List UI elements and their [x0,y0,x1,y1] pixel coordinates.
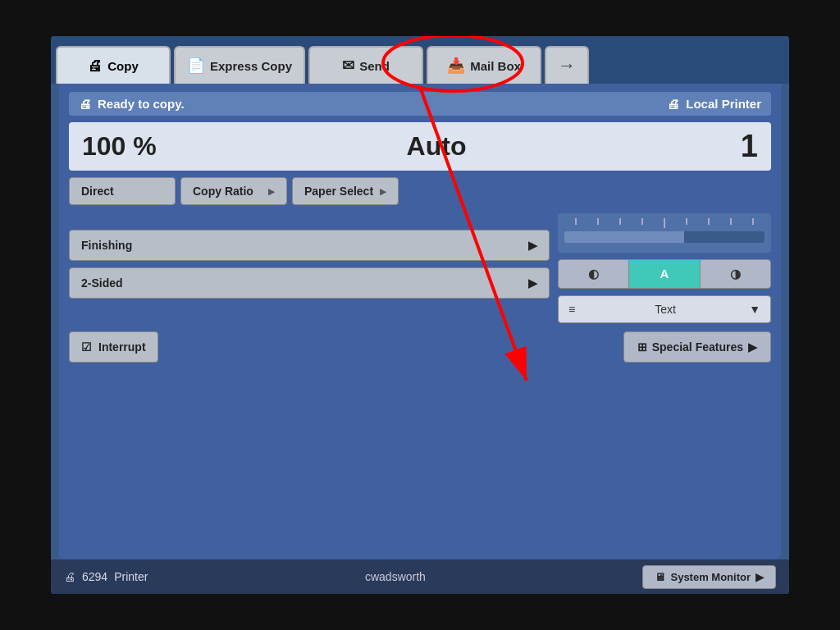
function-button-row: Direct Copy Ratio ▶ Paper Select ▶ [69,177,771,205]
paper-select-button[interactable]: Paper Select ▶ [292,177,399,205]
finishing-label: Finishing [81,239,132,252]
bottom-printer-label: Printer [114,570,148,583]
interrupt-button[interactable]: ☑ Interrupt [69,331,158,363]
tab-mail-box[interactable]: 📥 Mail Box [427,46,541,84]
status-bar: 🖨 Ready to copy. 🖨 Local Printer [69,92,771,116]
system-monitor-icon: 🖥 [655,571,665,583]
ready-text: Ready to copy. [98,97,185,111]
left-panel: Finishing ▶ 2-Sided ▶ [69,213,550,323]
interrupt-label: Interrupt [98,340,146,354]
main-content: 🖨 Ready to copy. 🖨 Local Printer 100 % A… [59,84,781,559]
paper-select-arrow: ▶ [380,187,386,196]
tab-express-copy[interactable]: 📄 Express Copy [174,46,305,84]
tick-5 [664,218,665,228]
copy-tab-label: Copy [107,59,139,73]
mail-box-tab-label: Mail Box [470,59,521,73]
density-ticks [564,218,765,228]
bottom-printer-id: 6294 [82,570,107,583]
light-icon: ◐ [588,267,599,281]
special-features-arrow: ▶ [748,340,757,354]
two-sided-label: 2-Sided [81,276,123,290]
two-sided-button[interactable]: 2-Sided ▶ [69,267,550,299]
mail-box-tab-icon: 📥 [447,57,465,75]
printer-small-icon: 🖨 [79,97,91,111]
send-tab-label: Send [359,59,390,73]
tick-6 [686,218,687,225]
paper-value: Auto [164,131,709,162]
dark-icon: ◑ [730,267,741,281]
paper-select-label: Paper Select [304,185,373,198]
tick-4 [641,218,643,225]
density-fill [684,231,765,243]
tick-3 [619,218,621,225]
finishing-button[interactable]: Finishing ▶ [69,230,550,261]
local-printer-label: Local Printer [686,97,761,111]
image-dark-button[interactable]: ◑ [701,260,770,288]
copy-ratio-label: Copy Ratio [193,185,253,198]
bottom-printer-icon: 🖨 [64,570,75,583]
system-monitor-button[interactable]: 🖥 System Monitor ▶ [642,565,776,589]
zoom-value: 100 % [82,131,164,162]
express-copy-tab-icon: 📄 [187,57,205,75]
text-dropdown-arrow: ▼ [749,303,760,316]
image-auto-button[interactable]: A [629,260,700,288]
display-row: 100 % Auto 1 [69,122,771,171]
auto-label: A [660,267,669,281]
copy-tab-icon: 🖨 [88,57,103,75]
text-dropdown[interactable]: ≡ Text ▼ [558,295,771,323]
bottom-username: cwadsworth [148,570,642,583]
system-monitor-arrow: ▶ [756,571,764,583]
tab-scroll-right[interactable]: → [545,46,589,84]
special-features-grid-icon: ⊞ [637,340,647,354]
copy-count: 1 [709,129,758,164]
middle-section: Finishing ▶ 2-Sided ▶ [69,213,771,323]
bottom-section: ☑ Interrupt ⊞ Special Features ▶ [69,331,771,363]
density-area [558,213,771,253]
bottom-printer-info: 🖨 6294 Printer [64,570,148,583]
image-type-row: ◐ A ◑ [558,259,771,289]
two-sided-arrow: ▶ [528,276,537,290]
special-features-button[interactable]: ⊞ Special Features ▶ [623,331,771,363]
local-printer-icon: 🖨 [667,97,679,111]
text-dropdown-icon: ≡ [568,303,575,316]
tab-bar: 🖨 Copy 📄 Express Copy ✉ Send 📥 Mail Box … [51,36,789,84]
express-copy-tab-label: Express Copy [210,59,292,73]
finishing-arrow: ▶ [528,239,537,252]
copy-ratio-button[interactable]: Copy Ratio ▶ [180,177,287,205]
tick-2 [597,218,599,225]
arrow-right-icon: → [558,55,576,76]
copy-ratio-arrow: ▶ [268,187,275,196]
tick-9 [752,218,754,225]
tab-copy[interactable]: 🖨 Copy [56,46,171,84]
interrupt-icon: ☑ [81,340,92,354]
direct-button[interactable]: Direct [69,177,176,205]
image-light-button[interactable]: ◐ [559,260,629,288]
right-panel: ◐ A ◑ ≡ Text ▼ [558,213,771,323]
special-features-label: Special Features [652,340,743,354]
send-tab-icon: ✉ [342,57,354,75]
system-monitor-label: System Monitor [670,571,751,583]
tick-7 [708,218,710,225]
direct-label: Direct [81,185,114,198]
text-dropdown-label: Text [655,303,676,316]
bottom-bar: 🖨 6294 Printer cwadsworth 🖥 System Monit… [51,559,789,594]
tick-1 [575,218,577,225]
tab-send[interactable]: ✉ Send [308,46,423,84]
tick-8 [730,218,732,225]
density-slider[interactable] [564,231,765,243]
